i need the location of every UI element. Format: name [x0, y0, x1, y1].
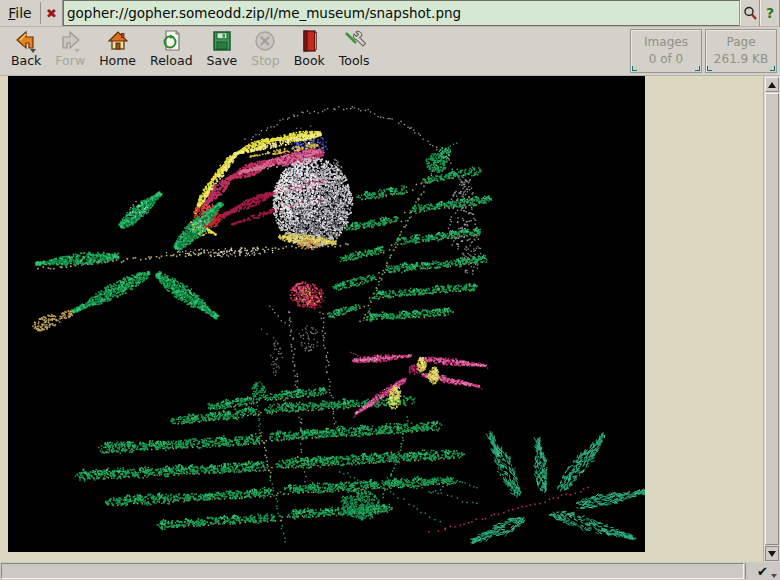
search-button[interactable] — [740, 0, 760, 26]
url-input[interactable] — [63, 0, 740, 26]
page-panel-title: Page — [706, 34, 776, 51]
save-label: Save — [207, 53, 238, 68]
help-button[interactable]: ? — [760, 0, 780, 26]
resize-tick-icon — [770, 66, 775, 71]
menu-url-bar: File ✖ ? — [0, 0, 780, 27]
images-count-panel: Images 0 of 0 — [630, 29, 702, 73]
browser-window: File ✖ ? Back — [0, 0, 780, 580]
resize-tick-icon — [632, 66, 637, 71]
file-menu[interactable]: File — [0, 0, 40, 26]
save-floppy-icon — [210, 29, 234, 53]
bug-meter-caret-icon — [771, 574, 777, 578]
arrow-up-icon — [768, 82, 776, 88]
home-button[interactable]: Home — [92, 27, 143, 68]
images-panel-value: 0 of 0 — [631, 51, 701, 68]
bug-meter-button[interactable]: ✔ — [745, 563, 779, 579]
bookmarks-button[interactable]: Book — [287, 27, 332, 68]
clear-url-button[interactable]: ✖ — [41, 0, 63, 26]
scrollbar-thumb[interactable] — [765, 93, 779, 545]
forward-dropdown-caret — [74, 49, 80, 53]
help-icon: ? — [766, 6, 774, 20]
arrow-down-icon — [768, 551, 776, 557]
back-dropdown-caret — [30, 49, 36, 53]
scroll-up-button[interactable] — [765, 77, 779, 92]
page-viewport — [0, 76, 780, 562]
book-label: Book — [294, 53, 325, 68]
stop-button: Stop — [244, 27, 286, 68]
vertical-scrollbar[interactable] — [763, 76, 780, 562]
page-panel-value: 261.9 KB — [706, 51, 776, 68]
back-label: Back — [11, 53, 41, 68]
reload-label: Reload — [150, 53, 193, 68]
info-panels: Images 0 of 0 Page 261.9 KB — [630, 29, 777, 73]
tools-label: Tools — [339, 53, 370, 68]
status-message — [1, 563, 744, 579]
resize-tick-icon — [695, 66, 700, 71]
scroll-down-button[interactable] — [765, 546, 779, 561]
x-icon: ✖ — [46, 6, 57, 21]
forward-arrow-icon — [58, 29, 82, 53]
stop-icon — [253, 29, 277, 53]
tools-button[interactable]: Tools — [332, 27, 377, 68]
back-arrow-icon — [14, 29, 38, 53]
home-icon — [106, 29, 130, 53]
resize-tick-icon — [707, 66, 712, 71]
page-size-panel: Page 261.9 KB — [705, 29, 777, 73]
status-bar: ✔ — [0, 562, 780, 580]
images-panel-title: Images — [631, 34, 701, 51]
save-button[interactable]: Save — [200, 27, 245, 68]
magnifier-icon — [743, 6, 758, 21]
reload-icon — [159, 29, 183, 53]
home-label: Home — [99, 53, 136, 68]
back-button[interactable]: Back — [4, 27, 48, 68]
tools-wrench-icon — [342, 29, 366, 53]
book-icon — [297, 29, 321, 53]
check-icon: ✔ — [757, 564, 768, 579]
toucan-artwork-image — [8, 76, 645, 552]
forward-button: Forw — [48, 27, 92, 68]
stop-label: Stop — [251, 53, 279, 68]
forward-label: Forw — [55, 53, 85, 68]
reload-button[interactable]: Reload — [143, 27, 200, 68]
